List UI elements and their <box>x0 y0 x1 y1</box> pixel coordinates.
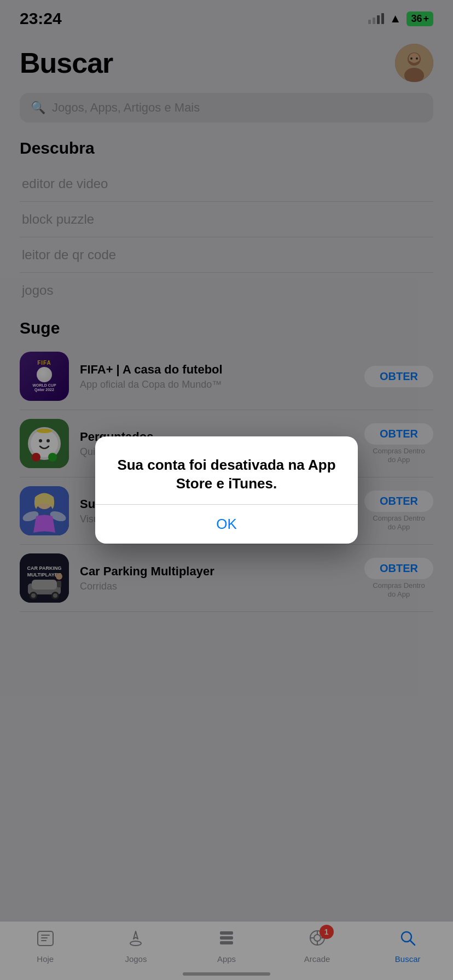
modal-body: Sua conta foi desativada na App Store e … <box>95 436 358 493</box>
modal-actions: OK <box>95 505 358 544</box>
modal-message: Sua conta foi desativada na App Store e … <box>115 456 338 493</box>
modal-overlay: Sua conta foi desativada na App Store e … <box>0 0 453 980</box>
alert-modal: Sua conta foi desativada na App Store e … <box>95 436 358 544</box>
modal-ok-button[interactable]: OK <box>95 505 358 544</box>
